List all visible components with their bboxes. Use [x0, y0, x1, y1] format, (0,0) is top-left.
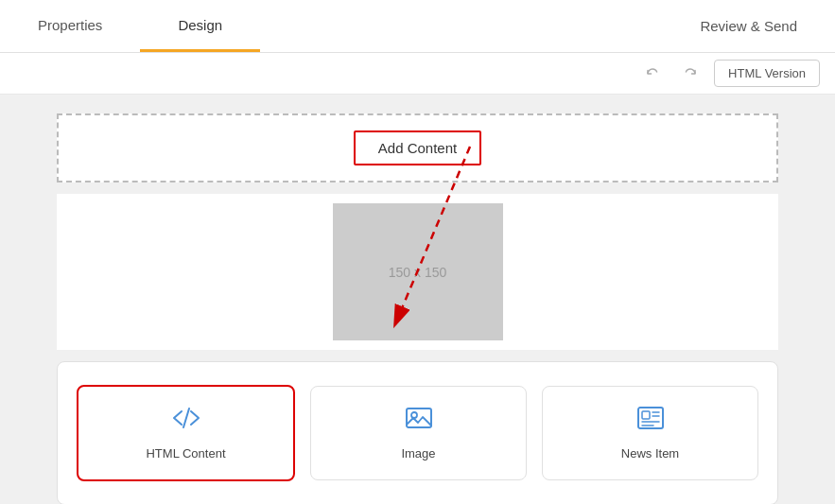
tab-properties[interactable]: Properties: [0, 0, 140, 52]
add-content-button[interactable]: Add Content: [354, 130, 481, 165]
image-and-arrow-section: 150 x 150: [57, 194, 778, 350]
undo-button[interactable]: [638, 60, 667, 88]
news-item-card[interactable]: News Item: [542, 386, 758, 480]
svg-line-2: [183, 408, 189, 427]
image-placeholder-label: 150 x 150: [389, 265, 447, 280]
html-version-button[interactable]: HTML Version: [714, 60, 820, 87]
html-version-label: HTML Version: [728, 66, 806, 80]
image-placeholder-wrapper: 150 x 150: [57, 194, 778, 350]
html-content-card[interactable]: HTML Content: [77, 385, 295, 481]
main-area: Add Content 150 x 150: [0, 95, 835, 504]
html-content-icon: [172, 406, 200, 437]
content-cards: HTML Content Image: [77, 385, 758, 481]
image-card[interactable]: Image: [310, 386, 527, 480]
image-card-icon: [405, 406, 433, 437]
content-cards-wrapper: HTML Content Image: [57, 361, 778, 504]
svg-point-4: [411, 412, 417, 418]
html-content-label: HTML Content: [146, 446, 225, 461]
add-content-label: Add Content: [378, 140, 457, 156]
toolbar: HTML Version: [0, 53, 835, 95]
top-nav: Properties Design Review & Send: [0, 0, 835, 53]
add-content-zone: Add Content: [57, 113, 778, 182]
tab-properties-label: Properties: [38, 17, 102, 33]
news-item-label: News Item: [621, 446, 679, 461]
redo-button[interactable]: [676, 60, 705, 88]
image-card-label: Image: [401, 446, 435, 461]
svg-rect-6: [642, 411, 650, 419]
canvas: Add Content 150 x 150: [57, 113, 778, 504]
tab-design[interactable]: Design: [140, 0, 260, 52]
tab-review-send-label: Review & Send: [700, 18, 797, 34]
tab-review-send[interactable]: Review & Send: [662, 0, 835, 52]
tab-design-label: Design: [178, 17, 222, 33]
news-item-icon: [636, 406, 665, 437]
svg-rect-3: [407, 408, 431, 427]
image-placeholder: 150 x 150: [333, 203, 503, 340]
